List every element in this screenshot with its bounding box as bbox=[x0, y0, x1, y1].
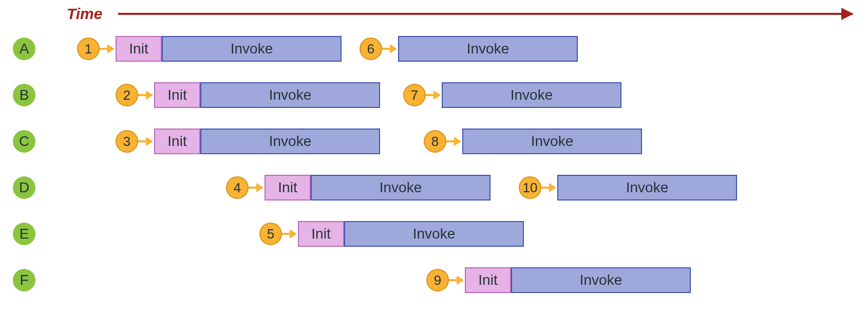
init-block: Init bbox=[298, 221, 344, 247]
event-4: 4 bbox=[226, 176, 249, 199]
event-arrow-1 bbox=[100, 48, 114, 50]
event-5: 5 bbox=[259, 223, 282, 245]
event-arrow-2 bbox=[138, 94, 152, 96]
event-8: 8 bbox=[424, 130, 446, 153]
init-label: Init bbox=[278, 179, 297, 196]
event-10: 10 bbox=[519, 176, 541, 199]
row-label-B: B bbox=[13, 84, 35, 106]
init-label: Init bbox=[167, 87, 186, 103]
init-block: Init bbox=[465, 267, 511, 293]
invoke-label: Invoke bbox=[231, 41, 273, 57]
invoke-block: Invoke bbox=[311, 175, 490, 200]
invoke-label: Invoke bbox=[511, 87, 553, 103]
init-block: Init bbox=[154, 82, 200, 108]
init-block: Init bbox=[265, 175, 311, 200]
invoke-block: Invoke bbox=[162, 36, 342, 62]
event-2: 2 bbox=[116, 84, 138, 106]
event-3: 3 bbox=[116, 130, 138, 153]
invoke-block: Invoke bbox=[200, 82, 380, 108]
event-6: 6 bbox=[360, 38, 382, 60]
event-arrow-6 bbox=[382, 48, 396, 50]
row-label-F: F bbox=[13, 269, 35, 291]
invoke-block: Invoke bbox=[398, 36, 578, 62]
init-label: Init bbox=[478, 272, 497, 288]
invoke-block: Invoke bbox=[442, 82, 621, 108]
invoke-block: Invoke bbox=[557, 175, 737, 200]
event-arrow-10 bbox=[541, 187, 555, 189]
invoke-block: Invoke bbox=[200, 129, 380, 154]
row-label-E: E bbox=[13, 223, 35, 245]
row-label-A: A bbox=[13, 38, 35, 60]
invoke-block: Invoke bbox=[511, 267, 691, 293]
init-label: Init bbox=[167, 133, 186, 150]
invoke-label: Invoke bbox=[580, 272, 622, 288]
row-label-C: C bbox=[13, 130, 35, 153]
invoke-label: Invoke bbox=[269, 133, 312, 150]
event-9: 9 bbox=[426, 269, 449, 291]
init-label: Init bbox=[129, 41, 148, 57]
event-arrow-9 bbox=[449, 279, 463, 281]
row-label-D: D bbox=[13, 176, 35, 199]
time-axis-arrow bbox=[118, 13, 853, 15]
invoke-label: Invoke bbox=[626, 179, 669, 196]
event-arrow-7 bbox=[426, 94, 440, 96]
init-block: Init bbox=[116, 36, 162, 62]
event-1: 1 bbox=[77, 38, 100, 60]
invoke-block: Invoke bbox=[344, 221, 524, 247]
event-arrow-3 bbox=[138, 140, 152, 142]
invoke-label: Invoke bbox=[380, 179, 422, 196]
event-arrow-4 bbox=[249, 187, 262, 189]
time-axis-label: Time bbox=[67, 5, 102, 23]
event-arrow-5 bbox=[282, 233, 296, 235]
init-label: Init bbox=[311, 226, 330, 242]
event-arrow-8 bbox=[446, 140, 460, 142]
init-block: Init bbox=[154, 129, 200, 154]
invoke-label: Invoke bbox=[531, 133, 574, 150]
invoke-label: Invoke bbox=[413, 226, 456, 242]
invoke-label: Invoke bbox=[269, 87, 312, 103]
invoke-label: Invoke bbox=[467, 41, 510, 57]
event-7: 7 bbox=[403, 84, 426, 106]
invoke-block: Invoke bbox=[462, 129, 642, 154]
